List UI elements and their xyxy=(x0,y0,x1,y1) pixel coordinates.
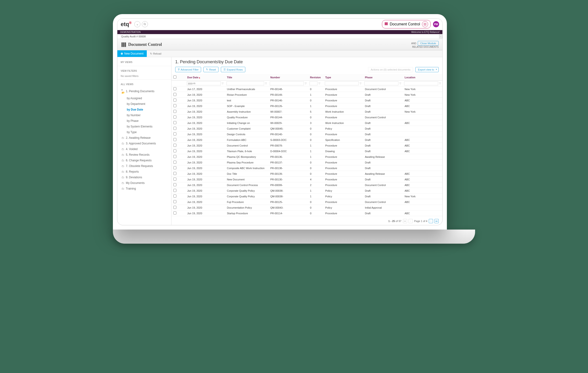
col-revision[interactable]: Revision xyxy=(308,74,323,81)
pager-first[interactable]: ⏮ xyxy=(403,219,407,223)
table-row[interactable]: Jun 19, 2020Document Control ProcessPR-0… xyxy=(171,182,442,188)
col-type[interactable]: Type xyxy=(323,74,363,81)
sidebar-child-by-number[interactable]: by Number xyxy=(117,113,171,118)
filter-phase[interactable] xyxy=(364,81,399,85)
row-checkbox[interactable] xyxy=(173,172,176,175)
sidebar-item-2-awaiting-release[interactable]: 🗀2. Awaiting Release xyxy=(117,135,171,141)
row-checkbox[interactable] xyxy=(173,104,176,107)
row-checkbox[interactable] xyxy=(173,138,176,141)
dropdown-toggle[interactable]: ⌄ xyxy=(134,21,140,27)
sidebar-item-pending-documents[interactable]: ▸📂1. Pending Documents xyxy=(117,87,171,95)
filter-number[interactable] xyxy=(270,81,304,85)
row-checkbox[interactable] xyxy=(173,87,176,90)
module-pill[interactable]: Document Control xyxy=(382,20,431,29)
col-due-date[interactable]: Due Date xyxy=(185,74,225,81)
funnel-icon[interactable]: ▽ xyxy=(265,82,267,85)
col-location[interactable]: Location xyxy=(403,74,442,81)
sidebar-item-7-obsolete-requests[interactable]: 🗀7. Obsolete Requests xyxy=(117,163,171,169)
table-row[interactable]: Jun 19, 2020Corporate Quality PolicyQM-0… xyxy=(171,188,442,194)
table-row[interactable]: Jun 19, 2020Formulation ABCS-00003-DOC0S… xyxy=(171,137,442,143)
table-row[interactable]: Jun 19, 2020Documentation PolicyQM-00043… xyxy=(171,205,442,210)
funnel-icon[interactable]: ▽ xyxy=(439,82,441,85)
pager-next[interactable]: › xyxy=(429,219,433,223)
sidebar-child-by-phase[interactable]: by Phase xyxy=(117,118,171,124)
expand-rows-button[interactable]: ☰Expand Rows xyxy=(221,67,245,72)
sidebar-item-5-review-records[interactable]: 🗀5. Review Records xyxy=(117,152,171,157)
table-row[interactable]: Jun 19, 2020New DocumentPR-00130-4Proced… xyxy=(171,177,442,182)
advanced-filter-button[interactable]: ⚲Advanced Filter xyxy=(175,67,201,72)
pager-last[interactable]: ⏭ xyxy=(434,219,439,223)
sidebar-item-9-deviations[interactable]: 🗀9. Deviations xyxy=(117,175,171,180)
row-checkbox[interactable] xyxy=(173,110,176,113)
row-checkbox[interactable] xyxy=(173,93,176,96)
row-checkbox[interactable] xyxy=(173,144,176,147)
row-checkbox[interactable] xyxy=(173,127,176,130)
table-row[interactable]: Jun 19, 2020Customer ComplaintQM-00045-0… xyxy=(171,126,442,132)
sidebar-child-by-type[interactable]: by Type xyxy=(117,129,171,135)
export-dropdown[interactable]: Export view to xyxy=(415,67,439,72)
table-row[interactable]: Jun 19, 2020SOP - ExamplePR-00126-1Proce… xyxy=(171,103,442,109)
row-checkbox[interactable] xyxy=(173,99,176,102)
funnel-icon[interactable]: ▽ xyxy=(305,82,307,85)
close-module-button[interactable]: Close Module xyxy=(418,41,439,46)
table-row[interactable]: Jun 19, 2020Titanium Plate, 6-holeD-0000… xyxy=(171,148,442,154)
table-row[interactable]: Jun 19, 2020Document ControlPR-00078-1Pr… xyxy=(171,143,442,148)
search-icon[interactable] xyxy=(142,21,148,27)
filter-location[interactable] xyxy=(404,81,438,85)
table-row[interactable]: Jun 19, 2020Assembly InstructionWI-00007… xyxy=(171,109,442,114)
filter-due-date[interactable] xyxy=(187,81,221,85)
row-checkbox[interactable] xyxy=(173,189,176,192)
new-document-button[interactable]: ⊕ New Document xyxy=(117,50,147,57)
filter-type[interactable] xyxy=(325,81,359,85)
col-phase[interactable]: Phase xyxy=(363,74,403,81)
row-checkbox[interactable] xyxy=(173,132,176,135)
filter-title[interactable] xyxy=(227,81,264,85)
sidebar-item-3-approved-documents[interactable]: 🗀3. Approved Documents xyxy=(117,141,171,146)
funnel-icon[interactable]: ▽ xyxy=(318,82,320,85)
apps-icon[interactable] xyxy=(422,21,428,27)
row-checkbox[interactable] xyxy=(173,166,176,169)
sidebar-item-training[interactable]: 🗀Training xyxy=(117,186,171,191)
sidebar-child-by-system-elements[interactable]: by System Elements xyxy=(117,124,171,129)
table-row[interactable]: Jun 19, 2020Initiating Change onWI-00029… xyxy=(171,120,442,126)
table-row[interactable]: Jun 19, 2020Corporate Quality PolicyQM-0… xyxy=(171,194,442,199)
filter-revision[interactable] xyxy=(310,81,317,85)
row-checkbox[interactable] xyxy=(173,177,176,181)
actions-dropdown[interactable]: Actions on (0) selected documents xyxy=(368,67,413,72)
row-checkbox[interactable] xyxy=(173,121,176,124)
row-checkbox[interactable] xyxy=(173,206,176,209)
row-checkbox[interactable] xyxy=(173,183,176,186)
table-row[interactable]: Jun 19, 2020Composite ABC Work Instructi… xyxy=(171,165,442,171)
collapse-icon[interactable]: ‹ xyxy=(439,35,442,38)
row-checkbox[interactable] xyxy=(173,149,176,152)
table-row[interactable]: Jun 19, 2020testPR-00146-0ProcedureDraft… xyxy=(171,98,442,103)
reset-button[interactable]: ↻Reset xyxy=(203,67,219,72)
sidebar-child-by-department[interactable]: by Department xyxy=(117,101,171,107)
avatar[interactable]: PM xyxy=(433,21,439,27)
row-checkbox[interactable] xyxy=(173,195,176,197)
col-title[interactable]: Title xyxy=(225,74,268,81)
row-checkbox[interactable] xyxy=(173,155,176,158)
funnel-icon[interactable]: ▽ xyxy=(222,82,224,85)
table-row[interactable]: Jun 19, 2020Rivian ProcedurePR-00149-1Pr… xyxy=(171,92,442,98)
table-row[interactable]: Jun 19, 2020Fuji ProcedurePR-00125-0Proc… xyxy=(171,199,442,205)
table-row[interactable]: Jun 19, 2020Startup ProcedurePR-00114-0P… xyxy=(171,210,442,216)
table-row[interactable]: Jun 17, 2020Unither PharmaceuticalsPR-00… xyxy=(171,86,442,92)
sidebar-item-4-voided[interactable]: 🗀4. Voided xyxy=(117,146,171,152)
sidebar-item-6-change-requests[interactable]: 🗀6. Change Requests xyxy=(117,157,171,163)
table-row[interactable]: Jun 19, 2020Doc TitlePR-00139-0Procedure… xyxy=(171,171,442,177)
funnel-icon[interactable]: ▽ xyxy=(360,82,361,85)
row-checkbox[interactable] xyxy=(173,200,176,203)
row-checkbox[interactable] xyxy=(173,161,176,164)
sidebar-child-by-due-date[interactable]: by Due Date xyxy=(117,107,171,113)
sidebar-item-my-documents[interactable]: 🗀My Documents xyxy=(117,180,171,186)
col-number[interactable]: Number xyxy=(268,74,308,81)
sidebar-child-by-assigned[interactable]: by Assigned xyxy=(117,95,171,101)
table-row[interactable]: Jun 19, 2020Design ControlsPR-00140-0Pro… xyxy=(171,132,442,137)
row-checkbox[interactable] xyxy=(173,115,176,119)
pager-prev[interactable]: ‹ xyxy=(409,219,413,223)
funnel-icon[interactable]: ▽ xyxy=(399,82,401,85)
table-row[interactable]: Jun 19, 2020Quality ProcedurePR-00144-0P… xyxy=(171,114,442,120)
table-row[interactable]: Jun 19, 2020Plasma Sep ProcedurePR-00137… xyxy=(171,160,442,165)
reload-button[interactable]: ↻ Reload xyxy=(147,51,165,57)
